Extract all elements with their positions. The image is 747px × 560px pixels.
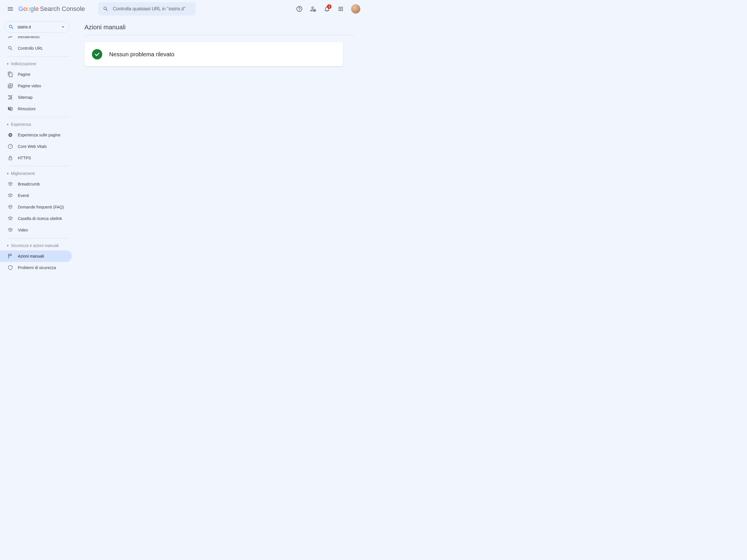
apps-button[interactable] (335, 3, 346, 15)
pages-icon (7, 72, 13, 77)
url-search-input[interactable] (113, 6, 191, 11)
sidebar-item-label: Casella di ricerca sitelink (18, 216, 62, 221)
url-search-bar[interactable] (98, 2, 196, 16)
header: Google Search Console 3 (0, 0, 365, 18)
sidebar-item-label: Pagine video (18, 84, 41, 88)
divider (7, 166, 70, 166)
account-avatar[interactable] (351, 4, 360, 14)
triangle-down-icon: ▼ (6, 172, 9, 175)
app-name: Search Console (40, 5, 85, 12)
sidebar-item-rimozioni[interactable]: Rimozioni (0, 103, 72, 114)
sidebar-item-label: Esperienza sulle pagine (18, 133, 61, 137)
video-pages-icon (7, 83, 13, 89)
sidebar-item-eventi[interactable]: Eventi (0, 190, 72, 201)
divider (7, 117, 70, 117)
divider (7, 238, 70, 238)
property-name: sistrix.it (18, 25, 60, 29)
search-icon (8, 24, 14, 30)
sidebar-item-label: HTTPS (18, 156, 31, 160)
search-icon (7, 45, 13, 51)
sidebar-item-controllo-url[interactable]: Controllo URL (0, 43, 72, 54)
status-card: Nessun problema rilevato (84, 42, 343, 66)
sidebar-item-esperienza-pagine[interactable]: Esperienza sulle pagine (0, 129, 72, 141)
main-content: Azioni manuali Nessun problema rilevato (74, 18, 365, 273)
sidebar-item-label: Problemi di sicurezza (18, 265, 56, 270)
visibility-off-icon (7, 106, 13, 112)
sidebar-item-problemi-sicurezza[interactable]: Problemi di sicurezza (0, 262, 72, 273)
speed-icon (7, 143, 13, 149)
sitemap-icon (7, 95, 13, 100)
lock-icon (7, 155, 13, 161)
triangle-down-icon: ▼ (6, 62, 9, 65)
sidebar-item-core-web-vitals[interactable]: Core Web Vitals (0, 141, 72, 152)
svg-rect-2 (9, 158, 12, 160)
triangle-down-icon: ▼ (6, 123, 9, 126)
section-label: Indicizzazione (11, 61, 36, 66)
sidebar-item-azioni-manuali[interactable]: Azioni manuali (0, 250, 72, 262)
notifications-button[interactable]: 3 (321, 3, 333, 15)
section-label: Miglioramenti (11, 171, 35, 176)
sidebar-item-label: Video (18, 228, 28, 232)
menu-toggle-button[interactable] (5, 3, 16, 15)
sidebar-item-label: Rendimento (18, 36, 40, 39)
sidebar-item-faq[interactable]: Domande frequenti (FAQ) (0, 201, 72, 213)
section-esperienza[interactable]: ▼ Esperienza (0, 119, 74, 129)
sidebar-item-label: Core Web Vitals (18, 144, 47, 149)
sidebar-item-label: Rimozioni (18, 107, 35, 111)
help-button[interactable] (293, 3, 305, 15)
sidebar-item-sitemap[interactable]: Sitemap (0, 91, 72, 103)
property-selector[interactable]: sistrix.it (5, 21, 70, 33)
sidebar: sistrix.it Rendimento Controllo URL ▼ In… (0, 18, 74, 273)
section-label: Sicurezza e azioni manuali (11, 243, 59, 248)
circle-plus-icon (7, 132, 13, 138)
chevron-down-icon (60, 24, 66, 30)
sidebar-item-label: Controllo URL (18, 46, 43, 51)
layers-icon (7, 204, 13, 210)
settings-users-button[interactable] (307, 3, 319, 15)
section-label: Esperienza (11, 122, 31, 127)
section-indicizzazione[interactable]: ▼ Indicizzazione (0, 59, 74, 69)
divider (7, 56, 70, 57)
sidebar-item-label: Eventi (18, 193, 29, 198)
divider (84, 35, 355, 35)
help-icon (296, 5, 303, 12)
triangle-down-icon: ▼ (6, 244, 9, 247)
page-title: Azioni manuali (84, 24, 355, 35)
sidebar-item-rendimento[interactable]: Rendimento (0, 36, 72, 43)
flag-icon (7, 253, 13, 259)
layers-icon (7, 216, 13, 221)
sidebar-item-video[interactable]: Video (0, 224, 72, 236)
sidebar-item-https[interactable]: HTTPS (0, 152, 72, 164)
check-icon (94, 51, 100, 57)
sidebar-item-label: Breadcrumb (18, 182, 40, 186)
layers-icon (7, 193, 13, 198)
status-check-icon (92, 49, 102, 59)
shield-icon (7, 265, 13, 270)
status-message: Nessun problema rilevato (109, 51, 174, 58)
sidebar-item-breadcrumb[interactable]: Breadcrumb (0, 178, 72, 190)
apps-icon (338, 6, 344, 12)
section-miglioramenti[interactable]: ▼ Miglioramenti (0, 168, 74, 178)
google-logo: Google (18, 5, 39, 12)
layers-icon (7, 227, 13, 233)
layers-icon (7, 181, 13, 187)
header-actions: 3 (293, 3, 360, 15)
sidebar-item-label: Pagine (18, 72, 30, 77)
section-sicurezza[interactable]: ▼ Sicurezza e azioni manuali (0, 241, 74, 250)
logo[interactable]: Google Search Console (18, 5, 85, 12)
trending-icon (7, 36, 13, 39)
sidebar-item-sitelink[interactable]: Casella di ricerca sitelink (0, 213, 72, 224)
sidebar-item-pagine[interactable]: Pagine (0, 69, 72, 80)
notification-badge: 3 (327, 4, 332, 9)
sidebar-item-label: Sitemap (18, 95, 32, 100)
sidebar-item-label: Domande frequenti (FAQ) (18, 205, 64, 209)
sidebar-item-pagine-video[interactable]: Pagine video (0, 80, 72, 91)
settings-users-icon (310, 5, 317, 12)
search-icon (103, 6, 108, 12)
sidebar-item-label: Azioni manuali (18, 254, 44, 259)
hamburger-icon (7, 5, 14, 12)
